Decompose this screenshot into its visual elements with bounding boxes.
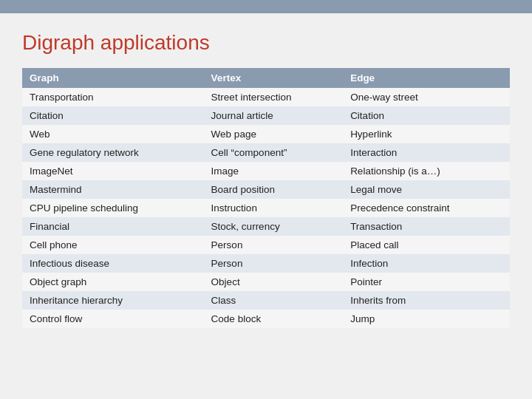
digraph-table: GraphVertexEdge TransportationStreet int… — [22, 68, 510, 328]
table-cell-8-2: Placed call — [343, 236, 510, 254]
table-cell-8-0: Cell phone — [22, 236, 204, 254]
table-cell-3-2: Interaction — [343, 143, 510, 162]
table-row: WebWeb pageHyperlink — [22, 125, 510, 143]
table-cell-0-2: One-way street — [343, 88, 510, 106]
table-cell-6-0: CPU pipeline scheduling — [22, 199, 204, 217]
table-cell-10-0: Object graph — [22, 273, 204, 291]
table-cell-10-1: Object — [204, 273, 344, 291]
table-cell-5-2: Legal move — [343, 180, 510, 199]
table-cell-12-0: Control flow — [22, 310, 204, 328]
table-cell-5-1: Board position — [204, 180, 344, 199]
table-row: Inheritance hierarchyClassInherits from — [22, 291, 510, 310]
table-row: FinancialStock, currencyTransaction — [22, 217, 510, 236]
table-cell-3-1: Cell “component” — [204, 143, 344, 162]
table-row: CPU pipeline schedulingInstructionPreced… — [22, 199, 510, 217]
table-cell-12-2: Jump — [343, 310, 510, 328]
table-cell-0-1: Street intersection — [204, 88, 344, 106]
table-header-row: GraphVertexEdge — [22, 68, 510, 88]
top-bar — [0, 0, 532, 13]
table-cell-6-1: Instruction — [204, 199, 344, 217]
table-row: Gene regulatory networkCell “component”I… — [22, 143, 510, 162]
table-row: CitationJournal articleCitation — [22, 106, 510, 125]
table-cell-12-1: Code block — [204, 310, 344, 328]
table-row: TransportationStreet intersectionOne-way… — [22, 88, 510, 106]
table-row: MastermindBoard positionLegal move — [22, 180, 510, 199]
table-cell-1-2: Citation — [343, 106, 510, 125]
table-cell-2-1: Web page — [204, 125, 344, 143]
table-row: Infectious diseasePersonInfection — [22, 254, 510, 273]
table-cell-9-2: Infection — [343, 254, 510, 273]
table-cell-4-2: Relationship (is a…) — [343, 162, 510, 180]
table-cell-10-2: Pointer — [343, 273, 510, 291]
table-cell-3-0: Gene regulatory network — [22, 143, 204, 162]
table-cell-0-0: Transportation — [22, 88, 204, 106]
table-cell-7-2: Transaction — [343, 217, 510, 236]
table-cell-5-0: Mastermind — [22, 180, 204, 199]
table-cell-11-1: Class — [204, 291, 344, 310]
table-cell-11-2: Inherits from — [343, 291, 510, 310]
table-cell-9-1: Person — [204, 254, 344, 273]
table-cell-9-0: Infectious disease — [22, 254, 204, 273]
table-cell-4-0: ImageNet — [22, 162, 204, 180]
table-header-vertex: Vertex — [204, 68, 344, 88]
table-cell-11-0: Inheritance hierarchy — [22, 291, 204, 310]
table-row: Control flowCode blockJump — [22, 310, 510, 328]
page-title: Digraph applications — [22, 31, 510, 55]
table-row: Object graphObjectPointer — [22, 273, 510, 291]
table-row: Cell phonePersonPlaced call — [22, 236, 510, 254]
table-cell-8-1: Person — [204, 236, 344, 254]
table-cell-7-1: Stock, currency — [204, 217, 344, 236]
table-cell-1-0: Citation — [22, 106, 204, 125]
table-header-edge: Edge — [343, 68, 510, 88]
table-cell-2-0: Web — [22, 125, 204, 143]
table-cell-4-1: Image — [204, 162, 344, 180]
table-row: ImageNetImageRelationship (is a…) — [22, 162, 510, 180]
table-cell-2-2: Hyperlink — [343, 125, 510, 143]
table-cell-6-2: Precedence constraint — [343, 199, 510, 217]
table-cell-1-1: Journal article — [204, 106, 344, 125]
table-header-graph: Graph — [22, 68, 204, 88]
main-content: Digraph applications GraphVertexEdge Tra… — [0, 13, 532, 343]
table-cell-7-0: Financial — [22, 217, 204, 236]
